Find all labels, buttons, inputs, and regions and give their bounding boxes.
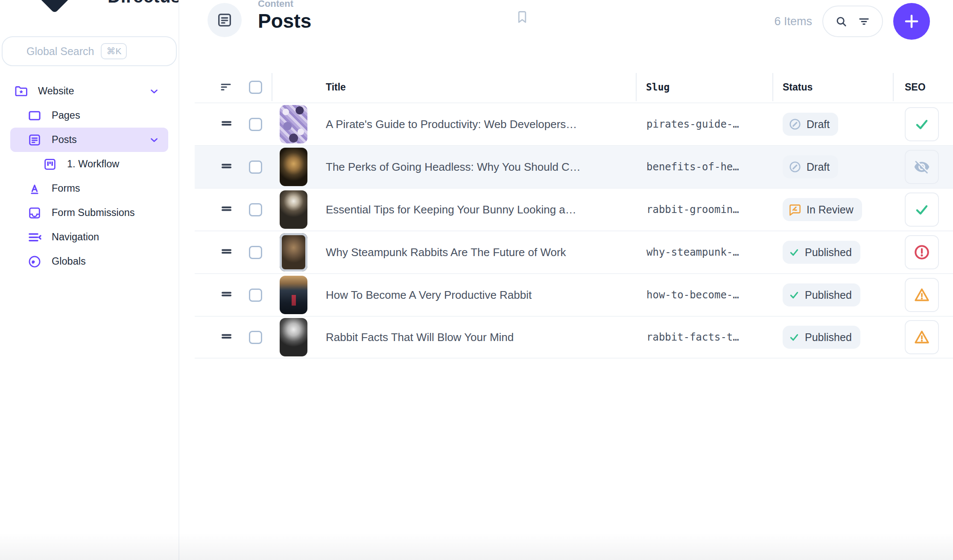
row-title-cell: How To Become A Very Productive Rabbit — [272, 276, 636, 314]
row-checkbox[interactable] — [249, 289, 262, 302]
nav-item-label: Pages — [52, 110, 160, 121]
row-checkbox[interactable] — [249, 203, 262, 216]
table-row[interactable]: Rabbit Facts That Will Blow Your Mind ra… — [195, 316, 953, 359]
app-name: Directus — [108, 0, 179, 7]
seo-indicator-box — [905, 235, 939, 269]
drag-handle-icon[interactable] — [219, 245, 234, 258]
app-logo[interactable]: Directus — [0, 0, 178, 17]
status-badge: Published — [783, 326, 860, 349]
row-checkbox[interactable] — [249, 118, 262, 131]
row-checkbox[interactable] — [249, 331, 262, 344]
column-header-title[interactable]: Title — [272, 72, 636, 102]
table-row[interactable]: How To Become A Very Productive Rabbit h… — [195, 273, 953, 316]
sidebar-item-pages[interactable]: Pages — [10, 103, 168, 128]
global-search-placeholder: Global Search — [26, 45, 94, 58]
row-seo-cell — [893, 192, 953, 227]
nav-item-label: Navigation — [52, 231, 160, 243]
row-checkbox-cell — [239, 246, 272, 259]
seo-status-icon — [914, 116, 930, 132]
table-row[interactable]: A Pirate's Guide to Productivity: Web De… — [195, 102, 953, 145]
sidebar-item-navigation[interactable]: Navigation — [10, 225, 168, 249]
nav-item-icon — [14, 84, 28, 99]
status-icon — [789, 289, 800, 300]
row-status-cell: Published — [772, 326, 893, 349]
seo-indicator-box — [905, 192, 939, 227]
status-label: Published — [805, 289, 852, 301]
table-row[interactable]: Why Steampunk Rabbits Are The Future of … — [195, 230, 953, 273]
row-slug: benefits-of-he… — [636, 161, 772, 173]
status-icon — [789, 160, 801, 173]
nav-item-label: Posts — [52, 134, 139, 146]
drag-handle-icon[interactable] — [219, 202, 234, 215]
nav-item-label: Form Submissions — [52, 207, 160, 219]
status-label: Draft — [807, 118, 830, 131]
seo-indicator-box — [905, 107, 939, 141]
add-item-button[interactable] — [893, 3, 930, 40]
row-checkbox[interactable] — [249, 160, 262, 174]
sidebar-item-forms[interactable]: Forms — [10, 176, 168, 201]
status-badge: Draft — [783, 155, 838, 178]
seo-indicator-box — [905, 150, 939, 184]
drag-handle-icon[interactable] — [219, 330, 234, 343]
row-seo-cell — [893, 235, 953, 269]
page-header: Content Posts 6 Items — [179, 0, 953, 72]
drag-handle-icon[interactable] — [219, 288, 234, 300]
bookmark-icon — [515, 9, 529, 26]
filter-icon[interactable] — [858, 15, 870, 28]
row-handle-cell — [195, 117, 239, 131]
search-icon[interactable] — [835, 15, 848, 28]
status-label: In Review — [807, 204, 854, 216]
row-thumbnail — [280, 148, 307, 186]
status-icon — [789, 332, 800, 343]
status-badge: Published — [783, 241, 860, 264]
row-thumbnail — [280, 233, 307, 271]
select-all-checkbox[interactable] — [249, 81, 262, 94]
status-badge: In Review — [783, 198, 862, 221]
row-thumbnail — [280, 318, 307, 356]
seo-status-icon — [914, 159, 930, 175]
row-title: How To Become A Very Productive Rabbit — [326, 289, 532, 302]
posts-table: Title Slug Status SEO A Pirate's Guide t… — [195, 72, 953, 359]
sidebar-item-posts[interactable]: Posts — [10, 128, 168, 152]
header-actions: 6 Items — [774, 3, 930, 40]
seo-status-icon — [914, 329, 930, 345]
items-count: 6 Items — [774, 15, 812, 28]
drag-handle-icon[interactable] — [219, 117, 234, 130]
sidebar-item-form-submissions[interactable]: Form Submissions — [10, 201, 168, 225]
sidebar-item-globals[interactable]: Globals — [10, 249, 168, 274]
nav-item-icon — [27, 230, 42, 245]
row-title-cell: Rabbit Facts That Will Blow Your Mind — [272, 318, 636, 356]
sidebar-item-website[interactable]: Website — [10, 79, 168, 103]
table-row[interactable]: The Perks of Going Headless: Why You Sho… — [195, 145, 953, 188]
sidebar-item-1-workflow[interactable]: 1. Workflow — [10, 152, 168, 176]
row-slug: why-steampunk-… — [636, 246, 772, 258]
global-search-input[interactable]: Global Search ⌘K — [2, 36, 177, 66]
row-slug: rabbit-groomin… — [636, 204, 772, 216]
row-title-cell: The Perks of Going Headless: Why You Sho… — [272, 148, 636, 186]
row-title: Why Steampunk Rabbits Are The Future of … — [326, 246, 566, 259]
row-checkbox[interactable] — [249, 246, 262, 259]
row-checkbox-cell — [239, 331, 272, 344]
sort-column-header[interactable] — [195, 72, 239, 102]
row-thumbnail — [280, 105, 307, 143]
drag-handle-icon[interactable] — [219, 160, 234, 172]
nav-item-icon — [27, 254, 42, 269]
nav-item-label: Forms — [52, 183, 160, 194]
row-handle-cell — [195, 288, 239, 302]
row-slug: pirates-guide-… — [636, 118, 772, 130]
table-row[interactable]: Essential Tips for Keeping Your Bunny Lo… — [195, 188, 953, 230]
row-title: A Pirate's Guide to Productivity: Web De… — [326, 118, 577, 131]
row-seo-cell — [893, 150, 953, 184]
seo-indicator-box — [905, 320, 939, 354]
column-header-status[interactable]: Status — [772, 72, 893, 102]
row-checkbox-cell — [239, 118, 272, 131]
chevron-down-icon — [149, 134, 160, 146]
chevron-down-icon — [149, 86, 160, 97]
row-handle-cell — [195, 245, 239, 260]
column-header-slug[interactable]: Slug — [636, 72, 772, 102]
row-status-cell: Draft — [772, 113, 893, 136]
seo-indicator-box — [905, 278, 939, 312]
plus-icon — [903, 12, 921, 30]
column-header-seo[interactable]: SEO — [893, 72, 953, 102]
bookmark-button[interactable] — [515, 9, 530, 27]
